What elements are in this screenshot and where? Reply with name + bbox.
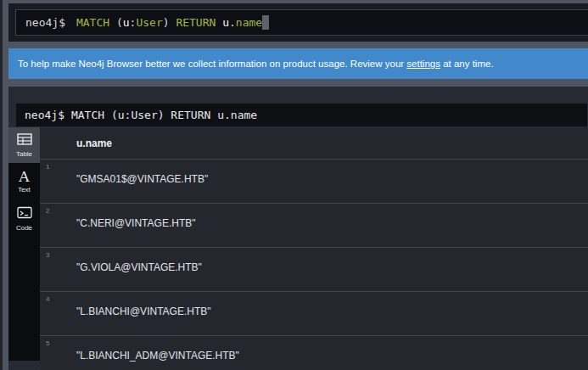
view-switcher-sidebar: Table A Text Code [8,127,40,370]
telemetry-banner: To help make Neo4j Browser better we col… [8,48,588,79]
text-cursor [262,15,269,30]
cell-value: "L.BIANCHI@VINTAGE.HTB" [76,306,211,317]
token-space [216,16,222,29]
token-label: User [136,16,162,29]
token-punct: ) [163,16,176,29]
result-query-text: MATCH (u:User) RETURN u.name [71,109,257,121]
tab-label: Code [16,224,32,232]
table-row: 2 "C.NERI@VINTAGE.HTB" [40,204,588,248]
settings-link[interactable]: settings [406,59,440,69]
row-number: 4 [46,295,49,303]
table-row: 1 "GMSA01$@VINTAGE.HTB" [40,160,588,204]
cell-value: "GMSA01$@VINTAGE.HTB" [76,173,208,185]
row-number: 2 [46,207,49,215]
result-prompt: neo4j$ [25,109,64,121]
tab-label: Table [16,150,32,158]
row-number: 5 [46,339,49,347]
window-edge-strip [0,0,3,370]
cypher-query-text: MATCH (u:User) RETURN u.name [76,16,262,29]
banner-text-after: at any time. [440,59,494,69]
table-icon [17,133,32,149]
banner-text: To help make Neo4j Browser better we col… [18,59,494,69]
result-frame-header: neo4j$MATCH (u:User) RETURN u.name [15,103,588,127]
cell-value: "G.VIOLA@VINTAGE.HTB" [76,261,202,273]
row-number: 1 [46,163,49,171]
token-punct: ( [109,16,123,29]
tab-code-view[interactable]: Code [8,200,40,238]
row-number: 3 [46,251,49,259]
table-row: 4 "L.BIANCHI@VINTAGE.HTB" [40,292,588,336]
cell-value: "L.BIANCHI_ADM@VINTAGE.HTB" [76,350,239,362]
tab-text-view[interactable]: A Text [8,163,40,200]
text-icon: A [19,170,29,184]
token-punct: . [229,16,236,29]
code-icon [17,206,32,222]
tab-table-view[interactable]: Table [8,127,40,163]
result-body: Table A Text Code [8,127,588,370]
cell-value: "C.NERI@VINTAGE.HTB" [76,217,196,229]
banner-text-before: To help make Neo4j Browser better we col… [18,59,406,69]
token-keyword: RETURN [176,16,216,29]
token-keyword: MATCH [76,16,109,29]
view-tab-strip: Table A Text Code [8,127,40,361]
token-variable: u [222,16,229,29]
token-property: name [236,16,262,29]
editor-prompt: neo4j$ [25,16,65,29]
cypher-query-input[interactable]: neo4j$MATCH (u:User) RETURN u.name [15,9,588,36]
result-table: u.name 1 "GMSA01$@VINTAGE.HTB" 2 "C.NERI… [40,127,588,370]
cypher-editor-frame: neo4j$MATCH (u:User) RETURN u.name [8,3,588,42]
column-header: u.name [40,127,588,160]
table-row: 5 "L.BIANCHI_ADM@VINTAGE.HTB" [40,336,588,370]
token-variable: u [123,16,130,29]
table-row: 3 "G.VIOLA@VINTAGE.HTB" [40,248,588,292]
query-result-frame: neo4j$MATCH (u:User) RETURN u.name Table [8,87,588,370]
tab-label: Text [18,186,31,193]
